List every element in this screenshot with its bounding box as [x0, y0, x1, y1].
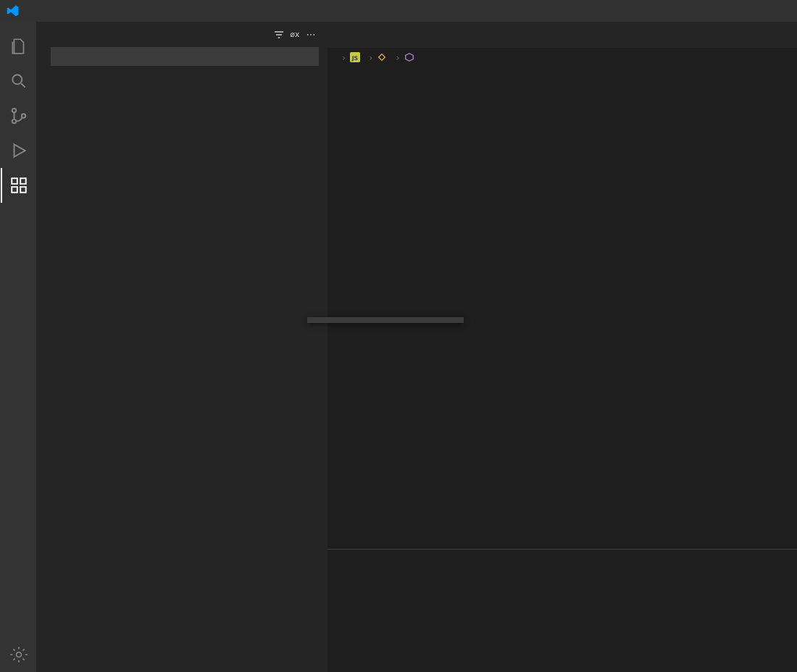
editor-area: › JS › › [327, 22, 797, 672]
source-control-icon[interactable] [1, 98, 36, 133]
search-icon[interactable] [1, 64, 36, 98]
svg-rect-4 [12, 178, 17, 184]
svg-point-0 [12, 75, 22, 84]
vscode-logo-icon [6, 4, 20, 18]
search-input[interactable] [57, 51, 313, 62]
svg-text:JS: JS [351, 55, 359, 62]
bottom-panel [327, 549, 797, 672]
code-editor[interactable] [327, 67, 797, 549]
terminal-body[interactable] [327, 573, 797, 672]
clear-filter-icon[interactable]: ⌀x [287, 30, 303, 39]
svg-point-2 [12, 119, 16, 123]
class-icon [377, 52, 387, 62]
svg-rect-6 [20, 187, 26, 193]
activity-bar [0, 22, 36, 672]
editor-tabs [327, 22, 797, 48]
svg-point-3 [22, 114, 25, 117]
extension-context-menu [307, 317, 464, 323]
breadcrumbs[interactable]: › JS › › [327, 48, 797, 67]
explorer-icon[interactable] [1, 29, 36, 64]
settings-gear-icon[interactable] [1, 637, 36, 672]
svg-point-1 [12, 109, 16, 112]
extensions-sidebar: ⌀x ⋯ [36, 22, 327, 672]
svg-rect-7 [20, 178, 26, 184]
menubar [0, 0, 797, 22]
svg-rect-5 [12, 187, 17, 193]
method-icon [404, 52, 414, 62]
extensions-icon[interactable] [1, 168, 36, 203]
more-actions-icon[interactable]: ⋯ [303, 29, 319, 40]
search-extensions-input[interactable] [51, 47, 319, 66]
js-file-icon: JS [350, 52, 360, 62]
filter-icon[interactable] [271, 29, 287, 41]
run-debug-icon[interactable] [1, 133, 36, 168]
svg-point-8 [17, 652, 22, 658]
